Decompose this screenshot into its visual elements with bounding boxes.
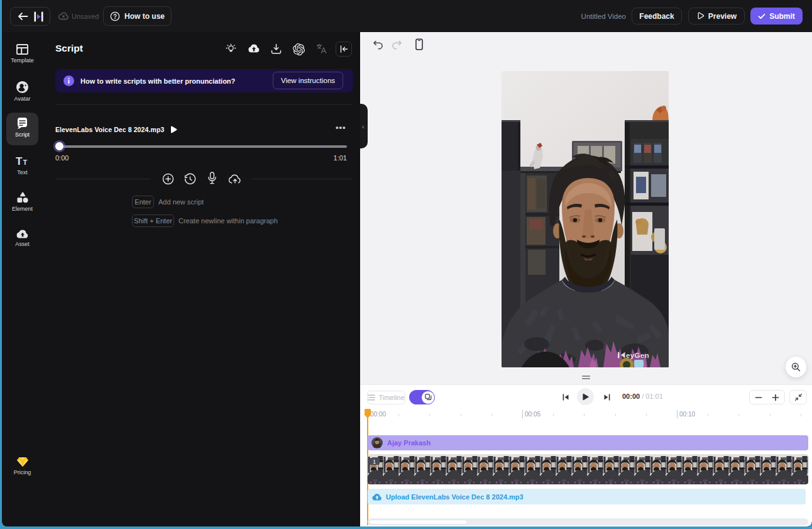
svg-text:T: T [23,159,28,166]
svg-text:eyGen: eyGen [626,352,649,359]
svg-text:T: T [16,156,23,167]
